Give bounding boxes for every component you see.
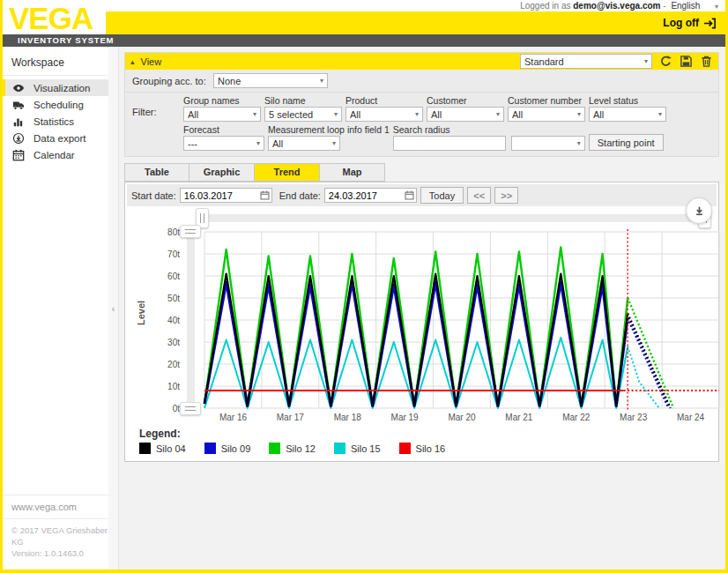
svg-text:Mar 24: Mar 24 (677, 413, 705, 422)
y-tick-label: 70t (167, 249, 180, 259)
sidebar-collapse-strip: ‹ (108, 47, 119, 569)
y-tick-label: 0t (173, 404, 180, 413)
grouping-select[interactable]: None ▾ (213, 73, 328, 88)
search-radius-col: Search radius (393, 124, 506, 151)
level-trend-chart: Mar 16Mar 17Mar 18Mar 19Mar 20Mar 21Mar … (203, 227, 724, 426)
view-panel-header[interactable]: ▴ View Standard ▾ (125, 53, 718, 70)
copyright: © 2017 VEGA Grieshaber KG (11, 525, 108, 547)
tab-map[interactable]: Map (320, 163, 385, 182)
reset-icon[interactable] (659, 55, 672, 68)
version: Version: 1.0.1463.0 (11, 547, 108, 559)
chevron-down-icon[interactable]: ▾ (715, 3, 718, 11)
today-button[interactable]: Today (420, 187, 464, 204)
tab-graphic[interactable]: Graphic (189, 163, 255, 182)
collapse-sidebar-icon[interactable]: ‹ (112, 303, 115, 314)
y-range-bottom-handle[interactable] (180, 402, 201, 415)
sidebar-item-visualization[interactable]: Visualization (3, 79, 108, 96)
svg-text:Mar 22: Mar 22 (562, 413, 591, 422)
svg-text:Mar 21: Mar 21 (505, 413, 533, 422)
date-controls: Start date: End date: Today << >> (127, 184, 717, 206)
prev-button[interactable]: << (467, 187, 491, 204)
sidebar-item-scheduling[interactable]: Scheduling (3, 96, 108, 113)
y-range-top-handle[interactable] (180, 225, 201, 238)
end-date-input[interactable] (324, 188, 417, 203)
legend-swatch (139, 443, 151, 454)
app-header: Logged in as demo@vis.vega.com - English… (3, 0, 725, 47)
start-date-input[interactable] (180, 188, 272, 203)
silo-name-select[interactable]: 5 selected▾ (264, 107, 342, 122)
dropdown-arrow-icon: ▾ (320, 77, 323, 85)
measurement-loop-select[interactable]: All▾ (268, 136, 340, 151)
filter-product: Product All▾ (345, 95, 423, 122)
dropdown-arrow-icon: ▾ (496, 110, 500, 118)
y-tick-label: 50t (167, 294, 180, 303)
filter-silo-name: Silo name 5 selected▾ (264, 95, 342, 122)
y-range-slider[interactable] (187, 232, 195, 408)
filter-customer: Customer All▾ (427, 95, 504, 122)
y-tick-label: 20t (167, 360, 180, 369)
starting-point-select[interactable]: ▾ (511, 136, 585, 151)
preset-select[interactable]: Standard ▾ (520, 54, 652, 69)
x-range-slider[interactable] (203, 214, 704, 222)
calendar-icon[interactable] (405, 190, 414, 200)
filter-group-names: Group names All▾ (183, 95, 261, 122)
svg-text:Mar 16: Mar 16 (219, 413, 248, 422)
end-date-label: End date: (279, 190, 321, 201)
calendar-icon[interactable] (260, 190, 270, 200)
legend-title: Legend: (139, 428, 718, 440)
legend-swatch (204, 443, 216, 454)
y-axis-label: Level (136, 286, 146, 339)
download-chart-button[interactable] (686, 197, 712, 224)
collapse-up-icon[interactable]: ▴ (130, 57, 135, 66)
vega-website-link[interactable]: www.vega.com (3, 495, 108, 519)
vega-logo: VEGA (9, 1, 93, 36)
filter-row: Filter: Group names All▾ Silo name 5 sel… (125, 93, 718, 123)
legend-item-silo-16: Silo 16 (399, 443, 446, 454)
customer-number-select[interactable]: All▾ (508, 107, 585, 122)
next-button[interactable]: >> (494, 187, 518, 204)
dropdown-arrow-icon: ▾ (577, 110, 581, 118)
chart-legend: Legend: Silo 04 Silo 09 Silo 12 Silo 15 … (125, 426, 718, 458)
filter-customer-number: Customer number All▾ (508, 95, 585, 122)
sidebar-item-calendar[interactable]: Calendar (3, 146, 108, 163)
dropdown-arrow-icon: ▾ (415, 110, 419, 118)
trend-chart: Level 80t70t60t50t40t30t20t10t0t Mar 16M… (125, 227, 718, 426)
dropdown-arrow-icon: ▾ (332, 139, 336, 147)
search-radius-input[interactable] (393, 136, 506, 151)
dropdown-arrow-icon: ▾ (577, 139, 581, 147)
filter-label: Filter: (132, 95, 183, 122)
trash-icon[interactable] (700, 55, 713, 68)
copyright-version: © 2017 VEGA Grieshaber KG Version: 1.0.1… (3, 519, 108, 569)
header-yellow-bar: Log off (106, 11, 725, 34)
starting-point-button[interactable]: Starting point (589, 134, 664, 151)
customer-select[interactable]: All▾ (427, 107, 504, 122)
login-status: Logged in as demo@vis.vega.com - English… (520, 0, 718, 11)
svg-text:Mar 18: Mar 18 (334, 413, 362, 422)
sidebar-item-statistics[interactable]: Statistics (3, 113, 108, 130)
filter-row-2: Forecast ---▾ Measurement loop info fiel… (125, 123, 718, 156)
y-axis-ticks: 80t70t60t50t40t30t20t10t0t (152, 227, 180, 412)
product-select[interactable]: All▾ (345, 107, 423, 122)
group-names-select[interactable]: All▾ (183, 107, 261, 122)
grouping-row: Grouping acc. to: None ▾ (125, 70, 718, 93)
dropdown-arrow-icon: ▾ (256, 139, 260, 147)
forecast-select[interactable]: ---▾ (183, 136, 264, 151)
save-icon[interactable] (680, 55, 693, 68)
legend-item-silo-04: Silo 04 (139, 443, 186, 454)
sidebar-item-data-export[interactable]: Data export (3, 130, 108, 146)
tab-trend[interactable]: Trend (255, 163, 320, 182)
measurement-loop-col: Measurement loop info field 1 All▾ (268, 124, 390, 151)
level-status-select[interactable]: All▾ (589, 107, 666, 122)
view-panel-title: View (141, 56, 162, 67)
truck-icon (12, 99, 25, 111)
logoff-button[interactable]: Log off (663, 17, 717, 30)
tab-table[interactable]: Table (124, 163, 189, 182)
svg-text:Mar 17: Mar 17 (277, 413, 305, 422)
legend-swatch (269, 443, 280, 454)
language-selector[interactable]: English (671, 1, 700, 11)
filter-level-status: Level status All▾ (589, 95, 666, 122)
user-email: demo@vis.vega.com (573, 1, 660, 11)
legend-swatch (334, 443, 345, 454)
y-tick-label: 60t (167, 272, 180, 281)
svg-text:Mar 23: Mar 23 (620, 413, 648, 422)
